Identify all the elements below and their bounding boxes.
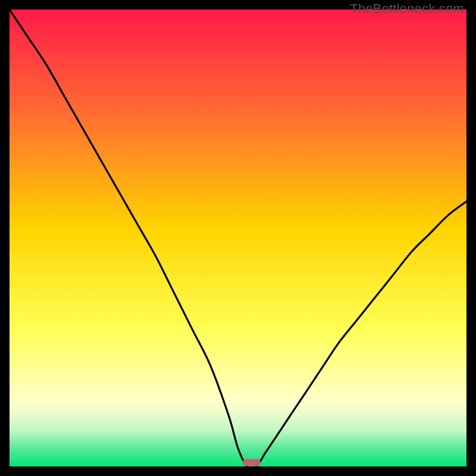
gradient-background <box>10 10 466 466</box>
bottleneck-chart <box>10 10 466 466</box>
optimal-marker <box>243 459 261 466</box>
watermark-text: TheBottleneck.com <box>350 1 464 17</box>
